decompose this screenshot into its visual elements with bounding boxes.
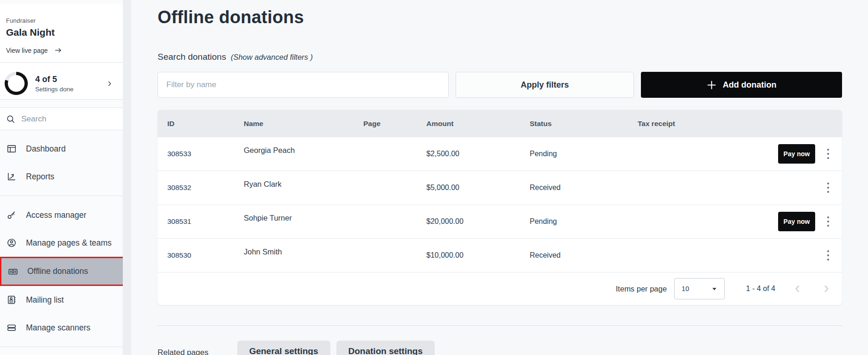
general-settings-button[interactable]: General settings — [237, 341, 330, 355]
key-icon — [6, 210, 17, 220]
cell-actions: Pay now — [763, 246, 833, 265]
sidebar-item-access-manager[interactable]: Access manager — [0, 201, 123, 229]
table-row: 308531 Sohpie Turner $20,000.00 Pending … — [158, 205, 842, 239]
add-donation-label: Add donation — [723, 80, 777, 90]
sidebar-item-label: Reports — [26, 172, 54, 182]
related-pages-label: Related pages — [158, 348, 209, 355]
cell-status: Pending — [530, 217, 638, 226]
settings-progress[interactable]: 4 of 5 Settings done — [5, 69, 118, 98]
divider — [0, 196, 123, 196]
fundraiser-card: Fundraiser Gala Night View live page 4 o… — [0, 4, 123, 100]
address-book-icon — [6, 295, 17, 305]
cell-id: 308533 — [167, 150, 244, 158]
cell-actions: Pay now — [763, 212, 833, 231]
sidebar-item-mailing-list[interactable]: Mailing list — [0, 286, 123, 314]
column-header-page: Page — [363, 120, 426, 128]
row-menu-kebab-icon[interactable] — [824, 146, 833, 162]
sidebar-gutter — [123, 0, 131, 355]
search-icon — [6, 114, 16, 124]
cell-id: 308530 — [167, 251, 244, 260]
sidebar-item-dashboard[interactable]: Dashboard — [0, 135, 123, 163]
column-header-amount: Amount — [426, 120, 530, 128]
divider — [0, 62, 123, 63]
cell-name: Sohpie Turner — [244, 214, 363, 222]
filter-row: Apply filters Add donation — [158, 72, 842, 98]
sidebar-item-label: Mailing list — [26, 295, 64, 305]
donations-table: ID Name Page Amount Status Tax receipt 3… — [158, 110, 842, 305]
cell-name: John Smith — [244, 247, 363, 256]
arrow-right-icon — [54, 46, 62, 54]
items-per-page-label: Items per page — [616, 285, 667, 293]
table-row: 308533 Georgia Peach $2,500.00 Pending P… — [158, 137, 842, 171]
items-per-page-select[interactable]: 10 — [674, 278, 725, 299]
cell-status: Received — [530, 251, 638, 260]
row-menu-kebab-icon[interactable] — [824, 180, 833, 196]
sidebar-search-input[interactable] — [21, 114, 109, 124]
divider — [158, 325, 842, 326]
cell-amount: $20,000.00 — [426, 217, 530, 226]
show-advanced-filters-link[interactable]: (Show advanced filters ) — [231, 53, 313, 61]
cell-id: 308531 — [167, 217, 244, 226]
cell-name: Ryan Clark — [244, 180, 363, 189]
table-header-row: ID Name Page Amount Status Tax receipt — [158, 110, 842, 137]
sidebar-nav: Dashboard Reports Access manager Manage … — [0, 135, 123, 352]
apply-filters-button[interactable]: Apply filters — [456, 72, 634, 98]
person-circle-icon — [6, 238, 17, 248]
cell-status: Received — [530, 184, 638, 192]
view-live-page-link[interactable]: View live page — [6, 46, 62, 54]
filter-by-name-input[interactable] — [158, 72, 449, 98]
progress-count: 4 of 5 — [35, 75, 107, 84]
row-menu-kebab-icon[interactable] — [824, 214, 833, 229]
dashboard-icon — [6, 144, 17, 154]
table-pagination: Items per page 10 1 - 4 of 4 — [158, 273, 842, 305]
search-donations-label: Search donations — [158, 52, 226, 62]
chevron-right-icon — [107, 81, 113, 87]
cell-amount: $5,000.00 — [426, 184, 530, 192]
donation-table-body: 308533 Georgia Peach $2,500.00 Pending P… — [158, 137, 842, 273]
cell-amount: $2,500.00 — [426, 150, 530, 158]
related-pages-row: Related pages General settings Donation … — [158, 341, 842, 355]
caret-down-icon — [711, 286, 717, 292]
row-menu-kebab-icon[interactable] — [824, 247, 833, 263]
sidebar-item-label: Manage scanners — [26, 323, 90, 333]
pagination-prev-icon[interactable] — [791, 282, 804, 295]
banknote-icon — [8, 266, 18, 277]
sidebar-item-label: Offline donations — [27, 266, 88, 276]
cell-actions: Pay now — [763, 178, 833, 197]
column-header-name: Name — [244, 120, 363, 128]
sidebar-search — [0, 108, 123, 130]
cell-amount: $10,000.00 — [426, 251, 530, 260]
column-header-status: Status — [530, 120, 638, 128]
column-header-tax-receipt: Tax receipt — [638, 120, 763, 128]
sidebar-item-reports[interactable]: Reports — [0, 163, 123, 190]
divider — [0, 347, 123, 347]
sidebar-item-manage-scanners[interactable]: Manage scanners — [0, 314, 123, 342]
sidebar-item-label: Access manager — [26, 210, 86, 220]
view-live-page-label: View live page — [6, 47, 48, 54]
cell-status: Pending — [530, 150, 638, 158]
reports-icon — [6, 171, 17, 182]
cell-name: Georgia Peach — [244, 146, 363, 155]
sidebar-item-label: Dashboard — [26, 144, 66, 154]
fundraiser-name: Gala Night — [6, 27, 55, 38]
add-donation-button[interactable]: Add donation — [641, 72, 842, 98]
pagination-next-icon[interactable] — [820, 282, 833, 295]
pay-now-button[interactable]: Pay now — [778, 144, 815, 164]
sidebar-item-label: Manage pages & teams — [26, 238, 112, 248]
progress-ring — [5, 72, 28, 95]
cell-id: 308532 — [167, 184, 244, 192]
donation-settings-button[interactable]: Donation settings — [336, 341, 435, 355]
search-donations-line: Search donations(Show advanced filters ) — [158, 52, 313, 62]
column-header-id: ID — [167, 120, 244, 128]
cell-actions: Pay now — [763, 144, 833, 164]
scanner-icon — [6, 323, 17, 333]
table-row: 308532 Ryan Clark $5,000.00 Received Pay… — [158, 171, 842, 205]
fundraiser-label: Fundraiser — [6, 17, 36, 24]
sidebar-item-manage-pages-teams[interactable]: Manage pages & teams — [0, 229, 123, 257]
plus-icon — [707, 80, 716, 90]
sidebar-item-offline-donations[interactable]: Offline donations — [0, 257, 125, 286]
table-row: 308530 John Smith $10,000.00 Received Pa… — [158, 239, 842, 273]
pay-now-button[interactable]: Pay now — [778, 212, 815, 231]
items-per-page-value: 10 — [682, 285, 689, 292]
pagination-range: 1 - 4 of 4 — [746, 285, 775, 293]
